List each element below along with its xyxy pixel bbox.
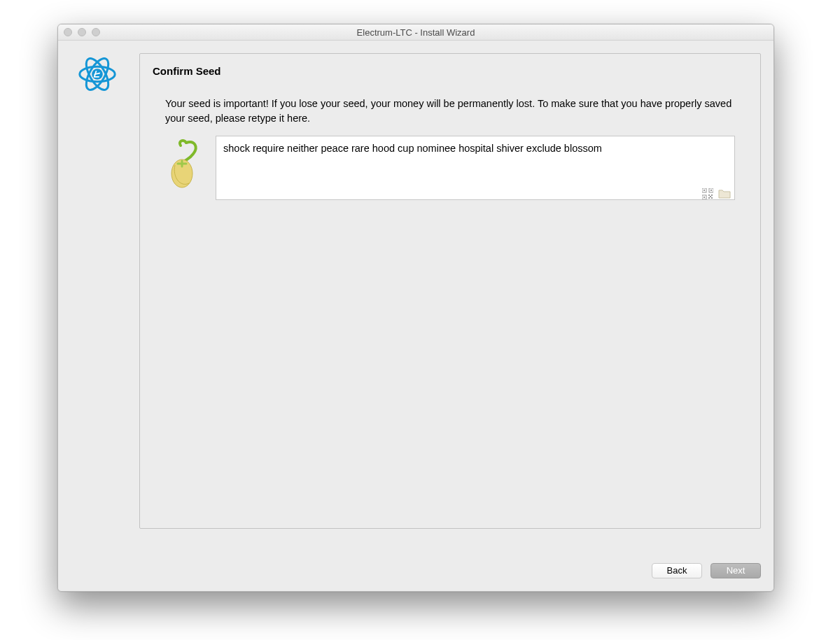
window-body: Confirm Seed Your seed is important! If … bbox=[58, 41, 774, 591]
back-button[interactable]: Back bbox=[652, 563, 702, 578]
seed-sprout-icon bbox=[165, 180, 202, 191]
titlebar: Electrum-LTC - Install Wizard bbox=[58, 24, 774, 41]
install-wizard-window: Electrum-LTC - Install Wizard bbox=[57, 24, 774, 592]
svg-rect-11 bbox=[708, 194, 710, 196]
folder-icon[interactable] bbox=[718, 188, 731, 199]
content-panel: Confirm Seed Your seed is important! If … bbox=[139, 53, 761, 529]
svg-rect-14 bbox=[711, 197, 713, 199]
minimize-window-button[interactable] bbox=[78, 28, 86, 36]
svg-rect-10 bbox=[704, 197, 705, 198]
electrum-ltc-logo-icon bbox=[76, 53, 118, 97]
svg-rect-15 bbox=[710, 196, 711, 197]
svg-rect-8 bbox=[710, 190, 712, 191]
window-title: Electrum-LTC - Install Wizard bbox=[58, 27, 774, 38]
seed-input[interactable] bbox=[216, 136, 735, 200]
next-button[interactable]: Next bbox=[710, 563, 761, 578]
svg-rect-6 bbox=[704, 190, 705, 191]
qr-code-icon[interactable] bbox=[701, 188, 714, 199]
zoom-window-button[interactable] bbox=[92, 28, 100, 36]
panel-description: Your seed is important! If you lose your… bbox=[165, 97, 735, 126]
panel-heading: Confirm Seed bbox=[153, 65, 748, 77]
close-window-button[interactable] bbox=[64, 28, 72, 36]
window-controls bbox=[64, 28, 100, 36]
svg-rect-12 bbox=[711, 194, 713, 196]
wizard-buttons: Back Next bbox=[652, 563, 761, 578]
svg-rect-13 bbox=[708, 197, 710, 199]
